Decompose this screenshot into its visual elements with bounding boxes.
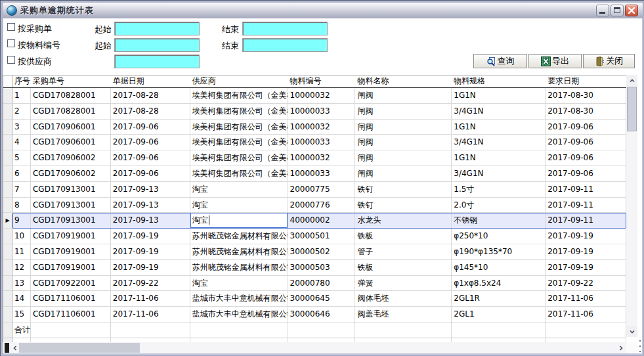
cell-spec[interactable]: φ250*10 <box>452 229 546 244</box>
cell-doc-date[interactable]: 2017-09-22 <box>111 276 190 292</box>
cell-req-date[interactable]: 2017-09-19 <box>546 244 626 260</box>
cell-doc-date[interactable]: 2017-08-28 <box>111 104 190 120</box>
cell-material-no[interactable]: 10000032 <box>288 88 356 104</box>
cell-req-date[interactable]: 2017-11-06 <box>546 307 626 323</box>
cell-material-name[interactable]: 弹簧 <box>355 276 452 292</box>
cell-supplier[interactable]: 埃美柯集团有限公司（金美柯） <box>190 88 288 104</box>
cell-material-name[interactable]: 水龙头 <box>355 213 452 229</box>
query-button[interactable]: 查询 <box>473 54 527 68</box>
cell-seq[interactable]: 11 <box>12 244 31 260</box>
cell-supplier[interactable]: 埃美柯集团有限公司（金美柯） <box>190 104 288 120</box>
cell-order-no[interactable]: CGD170828001 <box>31 104 111 120</box>
cell-order-no[interactable]: CGD170919001 <box>31 229 111 244</box>
scroll-up-button[interactable] <box>626 75 637 86</box>
cell-material-no[interactable]: 40000002 <box>288 213 356 229</box>
cell-seq[interactable]: 14 <box>12 291 31 307</box>
cell-material-name[interactable]: 阀盖毛坯 <box>355 307 452 323</box>
cell-material-name[interactable]: 铁钉 <box>355 198 452 213</box>
cell-supplier[interactable]: 埃美柯集团有限公司（金美柯） <box>190 120 288 135</box>
header-material-no[interactable]: 物料编号 <box>288 76 356 87</box>
cell-req-date[interactable]: 2017-09-11 <box>546 182 626 198</box>
cell-spec[interactable]: 1G1N <box>452 120 546 135</box>
cell-doc-date[interactable]: 2017-09-13 <box>111 213 190 229</box>
cell-supplier[interactable]: 淘宝 <box>190 182 288 198</box>
cell-seq[interactable]: 12 <box>12 260 31 276</box>
cell-spec[interactable]: 2GL1R <box>452 291 546 307</box>
cell-doc-date[interactable]: 2017-09-13 <box>111 182 190 198</box>
cell-material-name[interactable]: 铁钉 <box>355 182 452 198</box>
cell-material-name[interactable]: 铁板 <box>355 229 452 244</box>
scroll-left-button[interactable] <box>10 342 20 353</box>
cell-material-no[interactable]: 30000646 <box>288 307 356 323</box>
input-purchase-order-start[interactable] <box>114 22 200 35</box>
cell-spec[interactable]: 3/4G1N <box>452 166 546 182</box>
checkbox-by-purchase-order[interactable] <box>7 23 15 31</box>
cell-doc-date[interactable]: 2017-09-13 <box>111 198 190 213</box>
cell-req-date[interactable]: 2017-09-11 <box>546 198 626 213</box>
header-material-name[interactable]: 物料名称 <box>355 76 452 87</box>
cell-supplier[interactable]: 苏州晓茂铭金属材料有限公司 <box>190 260 288 276</box>
cell-seq[interactable]: 15 <box>12 307 31 323</box>
cell-doc-date[interactable]: 2017-09-06 <box>111 166 190 182</box>
cell-seq[interactable]: 1 <box>12 88 31 104</box>
cell-order-no[interactable]: CGD170913001 <box>31 198 111 213</box>
cell-spec[interactable]: 3/4G1N <box>452 135 546 150</box>
cell-material-name[interactable]: 闸阀 <box>355 120 452 135</box>
header-seq[interactable]: 序号 <box>12 76 31 87</box>
cell-spec[interactable]: 2GL1 <box>452 307 546 323</box>
cell-material-name[interactable]: 闸阀 <box>355 166 452 182</box>
checkbox-by-material-no[interactable] <box>7 39 15 47</box>
cell-supplier[interactable]: 苏州晓茂铭金属材料有限公司 <box>190 244 288 260</box>
cell-order-no[interactable]: CGD170913001 <box>31 213 111 229</box>
cell-seq[interactable]: 13 <box>12 276 31 292</box>
cell-material-name[interactable]: 闸阀 <box>355 104 452 120</box>
cell-req-date[interactable]: 2017-08-30 <box>546 88 626 104</box>
cell-supplier[interactable]: 盐城市大丰中意机械有限公司 <box>190 307 288 323</box>
cell-doc-date[interactable]: 2017-11-06 <box>111 307 190 323</box>
vertical-scrollbar[interactable] <box>626 75 637 337</box>
header-supplier[interactable]: 供应商 <box>190 76 288 87</box>
cell-order-no[interactable]: CGD170906002 <box>31 166 111 182</box>
minimize-button[interactable] <box>596 5 609 16</box>
cell-material-no[interactable]: 10000032 <box>288 150 356 166</box>
splitter-handle[interactable] <box>5 343 9 353</box>
header-req-date[interactable]: 要求日期 <box>546 76 626 87</box>
horizontal-scrollbar[interactable] <box>3 342 626 353</box>
cell-supplier[interactable]: 淘宝 <box>190 276 288 292</box>
cell-supplier[interactable]: 埃美柯集团有限公司（金美柯） <box>190 166 288 182</box>
resize-grip[interactable] <box>639 338 641 353</box>
cell-req-date[interactable]: 2017-09-22 <box>546 276 626 292</box>
close-form-button[interactable]: 关闭 <box>583 54 635 68</box>
cell-req-date[interactable]: 2017-09-19 <box>546 229 626 244</box>
cell-doc-date[interactable]: 2017-09-06 <box>111 135 190 150</box>
cell-seq[interactable]: 5 <box>12 150 31 166</box>
cell-material-no[interactable]: 10000033 <box>288 104 356 120</box>
cell-seq[interactable]: 10 <box>12 229 31 244</box>
cell-seq[interactable]: 3 <box>12 120 31 135</box>
export-button[interactable]: 导出 <box>528 54 582 68</box>
cell-supplier[interactable]: 埃美柯集团有限公司（金美柯） <box>190 135 288 150</box>
cell-material-no[interactable]: 20000776 <box>288 198 356 213</box>
cell-doc-date[interactable]: 2017-09-06 <box>111 120 190 135</box>
cell-supplier[interactable]: 埃美柯集团有限公司（金美柯） <box>190 150 288 166</box>
cell-order-no[interactable]: CGD170906001 <box>31 135 111 150</box>
cell-material-no[interactable]: 10000033 <box>288 166 356 182</box>
cell-order-no[interactable]: CGD171106001 <box>31 291 111 307</box>
cell-seq[interactable]: 9 <box>12 213 31 229</box>
cell-material-name[interactable]: 闸阀 <box>355 88 452 104</box>
vertical-scroll-thumb[interactable] <box>627 87 637 131</box>
cell-material-no[interactable]: 10000033 <box>288 135 356 150</box>
cell-supplier[interactable]: 盐城市大丰中意机械有限公司 <box>190 291 288 307</box>
title-bar[interactable]: 采购单逾期统计表 <box>3 3 643 18</box>
cell-seq[interactable]: 6 <box>12 166 31 182</box>
header-spec[interactable]: 物料规格 <box>452 76 546 87</box>
cell-doc-date[interactable]: 2017-09-19 <box>111 244 190 260</box>
cell-spec[interactable]: 1G1N <box>452 150 546 166</box>
cell-material-no[interactable]: 30000501 <box>288 229 356 244</box>
cell-order-no[interactable]: CGD170922001 <box>31 276 111 292</box>
cell-seq[interactable]: 7 <box>12 182 31 198</box>
cell-req-date[interactable]: 2017-11-06 <box>546 291 626 307</box>
cell-material-no[interactable]: 20000780 <box>288 276 356 292</box>
cell-material-no[interactable]: 30000502 <box>288 244 356 260</box>
input-purchase-order-end[interactable] <box>242 22 328 35</box>
